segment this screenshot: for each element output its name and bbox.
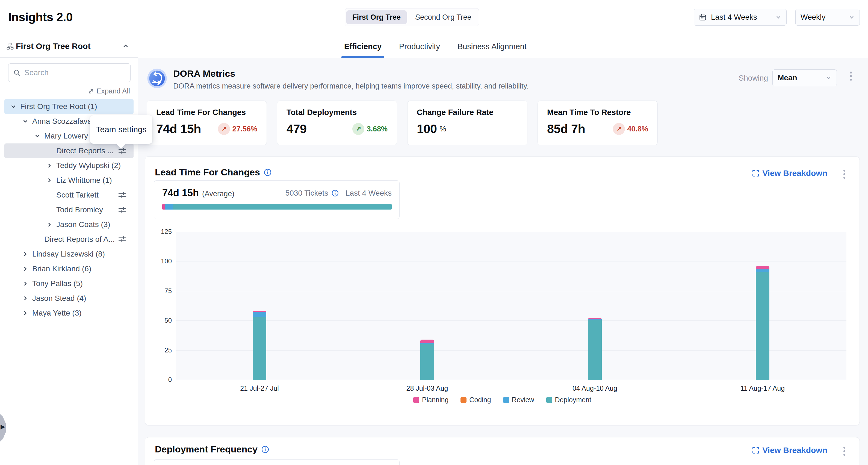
arrow-up-right-icon: ↗: [613, 123, 625, 135]
info-icon[interactable]: [264, 168, 272, 176]
chevron-right-icon[interactable]: [46, 162, 53, 168]
tree-item-label: First Org Tree Root (1): [20, 102, 97, 111]
chevron-right-icon[interactable]: [22, 266, 28, 272]
tree-item-jason-coats-3[interactable]: Jason Coats (3): [4, 217, 133, 232]
chevron-down-icon[interactable]: [22, 118, 28, 124]
legend-label: Review: [512, 396, 534, 404]
chevron-right-icon[interactable]: [46, 177, 53, 183]
arrow-up-right-icon: ↗: [218, 123, 230, 135]
tree-item-brian-kirkland-6[interactable]: Brian Kirkland (6): [4, 261, 133, 276]
chevron-right-icon[interactable]: [46, 222, 53, 227]
team-settings-icon[interactable]: [118, 206, 126, 213]
info-icon[interactable]: [332, 190, 339, 197]
stat-card-value: 479: [286, 122, 307, 136]
dora-section-title: DORA Metrics: [173, 68, 235, 79]
tree-item-label: Liz Whittome (1): [56, 176, 112, 185]
tabs: EfficiencyProductivityBusiness Alignment: [341, 35, 529, 58]
lead-time-view-breakdown[interactable]: View Breakdown: [752, 168, 827, 178]
bar-segment-review-28-jul-03-aug: [420, 343, 434, 344]
showing-select[interactable]: Mean: [772, 69, 837, 86]
expand-corners-icon: [752, 169, 760, 177]
chevron-right-icon[interactable]: [22, 251, 28, 257]
toggle-first-org-tree[interactable]: First Org Tree: [346, 10, 407, 24]
team-settings-icon[interactable]: [118, 191, 126, 198]
tree-item-todd-bromley[interactable]: Todd Bromley: [4, 203, 133, 217]
view-breakdown-label: View Breakdown: [762, 168, 827, 178]
deployment-frequency-section: Deployment Frequency View Breakdown: [145, 437, 860, 465]
tree-item-maya-yette-3[interactable]: Maya Yette (3): [4, 306, 133, 320]
legend-item-deployment: Deployment: [546, 396, 591, 404]
gridline: [176, 320, 846, 321]
dora-kebab-menu[interactable]: [850, 71, 852, 81]
date-range-select[interactable]: Last 4 Weeks: [694, 9, 786, 26]
triangle-right-icon: ▶: [1, 423, 5, 430]
stat-card-change-failure-rate: Change Failure Rate100%: [407, 100, 527, 145]
stat-card-delta-value: 40.8%: [627, 125, 648, 133]
tree-item-liz-whittome-1[interactable]: Liz Whittome (1): [4, 173, 133, 188]
page-title: Insights 2.0: [8, 10, 73, 24]
tree-item-tony-pallas-5[interactable]: Tony Pallas (5): [4, 276, 133, 291]
toggle-second-org-tree[interactable]: Second Org Tree: [409, 10, 477, 24]
bar-segment-deployment-21-jul-27-jul: [253, 317, 266, 380]
gridline: [176, 261, 846, 261]
tree-item-label: Anna Scozzafava: [32, 117, 92, 126]
granularity-value: Weekly: [801, 13, 826, 22]
deployment-frequency-kebab-menu[interactable]: [843, 447, 845, 456]
x-tick-label: 21 Jul-27 Jul: [176, 384, 343, 392]
tree-item-label: Direct Reports of A...: [44, 235, 115, 244]
bar-segment-planning-28-jul-03-aug: [420, 340, 434, 343]
chart-legend: PlanningCodingReviewDeployment: [145, 396, 860, 404]
lead-time-summary-card: 74d 15h (Average) 5030 Tickets Last 4 We…: [154, 180, 400, 219]
tree-item-label: Mary Lowery: [44, 132, 88, 141]
chevron-down-icon[interactable]: [10, 103, 17, 110]
stat-card-lead-time-for-changes: Lead Time For Changes74d 15h↗27.56%: [147, 100, 267, 145]
stat-card-value: 85d 7h: [547, 122, 585, 136]
chevron-down-icon: [826, 75, 832, 81]
divider: [342, 189, 342, 197]
chevron-right-icon[interactable]: [22, 281, 28, 287]
y-tick-label: 100: [149, 257, 172, 265]
team-settings-icon[interactable]: [118, 147, 126, 154]
bar-segment-deployment-28-jul-03-aug: [420, 344, 434, 380]
bar-segment-review-04-aug-10-aug: [588, 319, 602, 320]
tab-productivity[interactable]: Productivity: [396, 35, 443, 58]
granularity-select[interactable]: Weekly: [795, 9, 860, 26]
chevron-right-icon[interactable]: [22, 295, 28, 301]
tree-item-lindsay-liszewski-8[interactable]: Lindsay Liszewski (8): [4, 247, 133, 261]
tree-item-label: Jason Coats (3): [56, 220, 110, 229]
bar-segment-review-11-aug-17-aug: [756, 269, 769, 272]
info-icon[interactable]: [261, 445, 269, 453]
x-tick-label: 04 Aug-10 Aug: [511, 384, 679, 392]
stat-card-value: 100: [417, 122, 437, 136]
chevron-up-icon[interactable]: [122, 42, 129, 49]
tree-item-jason-stead-4[interactable]: Jason Stead (4): [4, 291, 133, 306]
toggle-divider: [408, 12, 408, 23]
chevron-right-icon[interactable]: [22, 310, 28, 316]
active-tab-underline: [341, 56, 384, 58]
team-settings-icon[interactable]: [118, 236, 126, 243]
tab-efficiency[interactable]: Efficiency: [341, 35, 384, 58]
tree-item-direct-reports-of-a[interactable]: Direct Reports of A...: [4, 232, 133, 247]
tab-business-alignment[interactable]: Business Alignment: [455, 35, 529, 58]
tree-item-teddy-wylupski-2[interactable]: Teddy Wylupski (2): [4, 158, 133, 173]
expand-all-button[interactable]: Expand All: [88, 87, 130, 95]
y-tick-label: 75: [149, 287, 172, 295]
deployment-frequency-view-breakdown[interactable]: View Breakdown: [752, 445, 827, 455]
calendar-icon: [699, 13, 707, 21]
lead-time-kebab-menu[interactable]: [843, 170, 845, 179]
chevron-down-icon[interactable]: [34, 133, 40, 139]
tree-item-first-org-tree-root-1[interactable]: First Org Tree Root (1): [4, 99, 133, 114]
search-box: [8, 63, 130, 82]
tree-item-direct-reports[interactable]: Direct Reports ...: [4, 144, 133, 158]
y-tick-label: 25: [149, 346, 172, 354]
dora-stat-cards: Lead Time For Changes74d 15h↗27.56%Total…: [147, 100, 658, 145]
tree-item-scott-tarkett[interactable]: Scott Tarkett: [4, 188, 133, 203]
search-input[interactable]: [24, 68, 125, 77]
lead-time-average-value: 74d 15h: [162, 187, 199, 198]
legend-item-review: Review: [503, 396, 534, 404]
search-icon: [13, 69, 21, 76]
legend-label: Planning: [422, 396, 448, 404]
sidebar: First Org Tree Root Expand All First Org…: [0, 35, 138, 465]
stat-card-title: Lead Time For Changes: [156, 108, 257, 117]
deployment-frequency-summary-card: [154, 459, 400, 465]
